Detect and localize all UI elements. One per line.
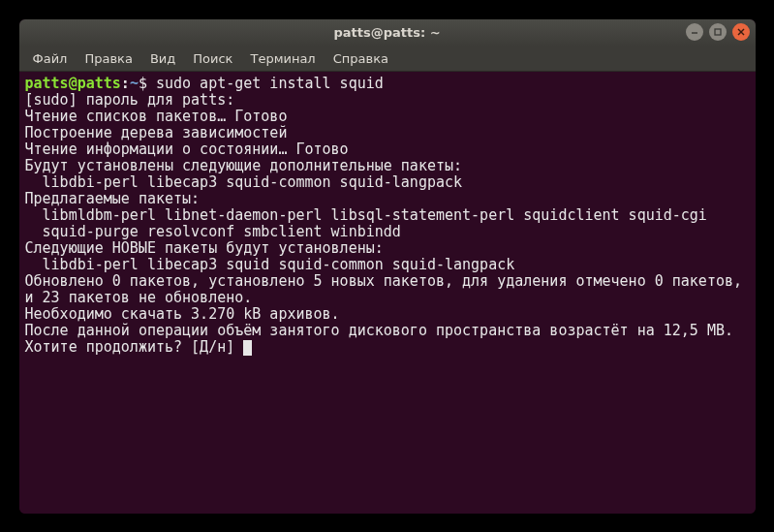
- output-line: Обновлено 0 пакетов, установлено 5 новых…: [25, 272, 752, 306]
- titlebar: patts@patts: ~: [19, 19, 756, 47]
- output-line: Чтение списков пакетов… Готово: [25, 108, 288, 125]
- menu-help[interactable]: Справка: [325, 48, 396, 69]
- maximize-button[interactable]: [709, 23, 727, 41]
- svg-rect-1: [715, 29, 721, 35]
- output-line: Следующие НОВЫЕ пакеты будут установлены…: [25, 239, 384, 257]
- output-line: Чтение информации о состоянии… Готово: [25, 141, 349, 158]
- output-line: Построение дерева зависимостей: [25, 124, 288, 141]
- output-line: Хотите продолжить? [Д/н]: [25, 338, 244, 356]
- menu-search[interactable]: Поиск: [185, 48, 240, 69]
- prompt-dollar: $: [139, 75, 147, 92]
- menubar: Файл Правка Вид Поиск Терминал Справка: [19, 47, 756, 72]
- output-line: Будут установлены следующие дополнительн…: [25, 157, 463, 174]
- output-line: libmldbm-perl libnet-daemon-perl libsql-…: [25, 206, 707, 224]
- menu-terminal[interactable]: Терминал: [242, 48, 323, 69]
- cursor: [243, 340, 252, 356]
- maximize-icon: [713, 27, 723, 37]
- minimize-button[interactable]: [686, 23, 703, 41]
- output-line: Предлагаемые пакеты:: [25, 190, 201, 207]
- window-title: patts@patts: ~: [333, 25, 440, 40]
- output-line: После данной операции объём занятого дис…: [25, 322, 734, 339]
- terminal-area[interactable]: patts@patts:~$ sudo apt-get install squi…: [19, 72, 756, 514]
- output-line: [sudo] пароль для patts:: [25, 91, 235, 109]
- output-line: squid-purge resolvconf smbclient winbind…: [25, 223, 401, 240]
- menu-file[interactable]: Файл: [25, 48, 76, 69]
- prompt-path: ~: [130, 75, 139, 92]
- menu-edit[interactable]: Правка: [77, 48, 139, 69]
- window-controls: [686, 23, 750, 41]
- output-line: Необходимо скачать 3.270 kB архивов.: [25, 305, 340, 323]
- output-line: libdbi-perl libecap3 squid squid-common …: [25, 256, 515, 273]
- minimize-icon: [690, 27, 699, 37]
- prompt-colon: :: [121, 75, 130, 92]
- close-icon: [736, 27, 746, 37]
- prompt-command: sudo apt-get install squid: [156, 75, 384, 92]
- terminal-window: patts@patts: ~ Файл Правка Вид Поиск Тер…: [19, 19, 756, 514]
- menu-view[interactable]: Вид: [142, 48, 183, 69]
- output-line: libdbi-perl libecap3 squid-common squid-…: [25, 173, 463, 191]
- close-button[interactable]: [732, 23, 750, 41]
- prompt-userhost: patts@patts: [25, 75, 121, 92]
